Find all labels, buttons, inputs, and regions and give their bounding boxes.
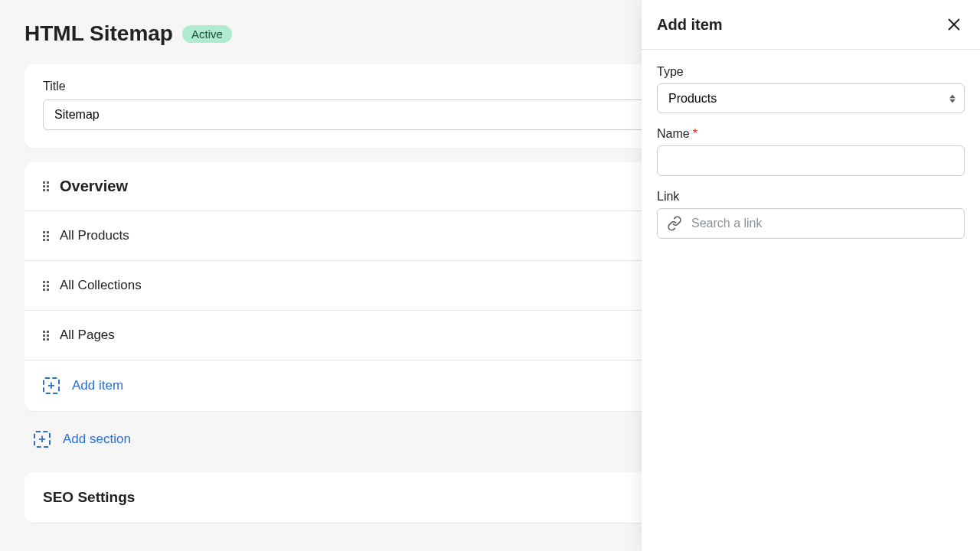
add-section-label: Add section xyxy=(63,432,131,447)
list-item-label: All Products xyxy=(60,228,129,243)
required-indicator: * xyxy=(693,127,697,141)
drag-handle-icon[interactable] xyxy=(43,231,49,241)
section-title: Overview xyxy=(60,178,128,195)
add-item-panel: Add item Type Products Name xyxy=(642,0,980,551)
type-select[interactable]: Products xyxy=(657,83,965,113)
drag-handle-icon[interactable] xyxy=(43,331,49,341)
panel-header: Add item xyxy=(642,0,980,50)
name-field: Name * xyxy=(657,127,965,176)
list-item-label: All Collections xyxy=(60,278,142,293)
link-input[interactable] xyxy=(691,209,964,238)
link-label: Link xyxy=(657,190,965,204)
list-item-label: All Pages xyxy=(60,328,115,343)
page-title: HTML Sitemap xyxy=(24,21,173,46)
add-dashed-icon: + xyxy=(34,431,51,448)
link-icon xyxy=(658,216,691,231)
add-dashed-icon: + xyxy=(43,377,60,394)
name-input[interactable] xyxy=(657,145,965,176)
type-label: Type xyxy=(657,65,965,79)
drag-handle-icon[interactable] xyxy=(43,181,49,191)
type-field: Type Products xyxy=(657,65,965,113)
link-field: Link xyxy=(657,190,965,239)
drag-handle-icon[interactable] xyxy=(43,281,49,291)
add-item-label: Add item xyxy=(72,378,123,393)
close-button[interactable] xyxy=(943,14,965,35)
status-badge: Active xyxy=(182,25,232,43)
panel-title: Add item xyxy=(657,16,723,34)
close-icon xyxy=(946,16,962,33)
name-label: Name * xyxy=(657,127,965,141)
